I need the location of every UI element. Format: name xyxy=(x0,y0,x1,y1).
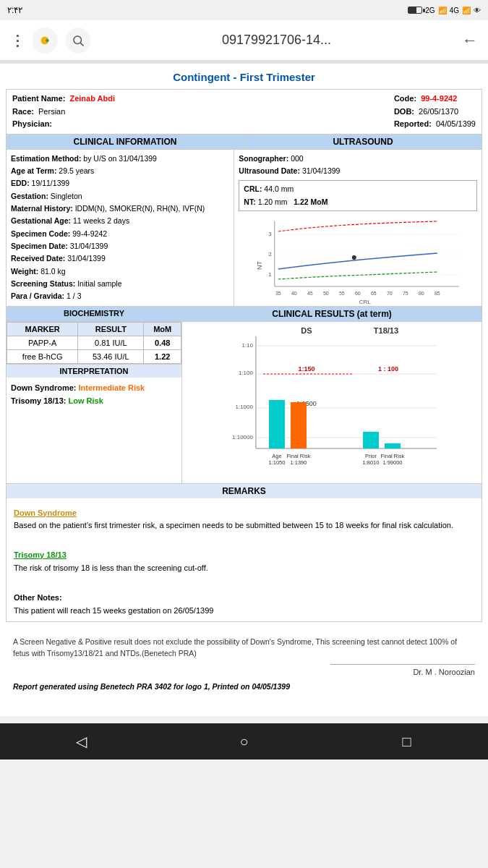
status-time: ۲:۴۲ xyxy=(7,5,22,15)
est-method-value: by U/S on 31/04/1399 xyxy=(83,154,157,163)
col-marker: MARKER xyxy=(7,322,78,336)
section-headers-row: CLINICAL INFORMATION ULTRASOUND xyxy=(6,135,482,150)
ds-final-risk-bar xyxy=(291,402,307,448)
svg-text:NT: NT xyxy=(256,261,263,270)
dob-label: DOB: xyxy=(394,107,414,116)
battery-icon xyxy=(408,7,422,14)
ultrasound-date-label: Ultrasound Date: xyxy=(239,166,300,175)
svg-point-0 xyxy=(74,36,82,44)
svg-text:85: 85 xyxy=(435,291,440,296)
svg-text:T18/13: T18/13 xyxy=(374,326,398,335)
svg-text:1:1050: 1:1050 xyxy=(269,459,286,466)
svg-text:Prior: Prior xyxy=(365,453,377,459)
svg-text:1:10: 1:10 xyxy=(241,342,253,349)
back-nav-button[interactable]: ◁ xyxy=(67,727,96,756)
google-plus-icon xyxy=(38,33,52,48)
nt-mom-value: 1.22 MoM xyxy=(294,197,328,206)
t18-prior-bar xyxy=(363,432,379,448)
other-notes-text: This patient will reach 15 weeks gestati… xyxy=(14,606,213,615)
screening-status-value: Initial sample xyxy=(77,279,121,288)
result-pappa: 0.81 IU/L xyxy=(78,336,144,349)
marker-pappa: PAPP-A xyxy=(7,336,78,349)
reported-value: 04/05/1399 xyxy=(436,119,476,128)
age-at-term-label: Age at Term: xyxy=(11,166,56,175)
result-bhcg: 53.46 IU/L xyxy=(78,349,144,363)
specimen-code-label: Specimen Code: xyxy=(11,229,70,238)
svg-text:65: 65 xyxy=(371,291,377,296)
ds-label: Down Syndrome: xyxy=(11,383,76,392)
menu-dots-button[interactable]: ⋮ xyxy=(10,32,25,49)
google-plus-button[interactable] xyxy=(32,27,58,54)
interpretation-header: INTERPRETATION xyxy=(7,364,181,378)
svg-text:1 : 100: 1 : 100 xyxy=(378,365,398,373)
interpretation-box: Down Syndrome: Intermediate Risk Trisomy… xyxy=(7,378,181,412)
para-gravida-value: 1 / 3 xyxy=(67,292,81,300)
home-nav-button[interactable]: ○ xyxy=(230,727,259,756)
ultrasound-header: ULTRASOUND xyxy=(244,135,481,149)
nt-label: NT: xyxy=(244,197,255,206)
nav-bar: ⋮ 09179921706-14... ← xyxy=(0,20,488,61)
received-date-label: Received Date: xyxy=(11,254,65,263)
col-mom: MoM xyxy=(144,322,181,336)
remarks-header: REMARKS xyxy=(7,484,481,498)
trisomy-risk-value: Low Risk xyxy=(69,396,103,405)
gestational-age-value: 11 weeks 2 days xyxy=(73,216,129,225)
ds-age-bar xyxy=(269,400,285,448)
ultrasound-col: Sonographer: 000 Ultrasound Date: 31/04/… xyxy=(234,150,481,306)
dob-value: 26/05/1370 xyxy=(419,107,458,116)
svg-text:60: 60 xyxy=(355,291,361,296)
wifi-icon: 📶 xyxy=(462,7,471,14)
doctor-name: Dr. M . Noroozian xyxy=(413,668,475,676)
search-button[interactable] xyxy=(65,27,91,54)
eye-icon: 👁 xyxy=(474,7,481,14)
mom-pappa: 0.48 xyxy=(144,336,181,349)
svg-line-1 xyxy=(80,43,83,46)
svg-text:1:99000: 1:99000 xyxy=(382,459,402,466)
svg-text:1:150: 1:150 xyxy=(299,365,315,373)
col-result: RESULT xyxy=(78,322,144,336)
weight-label: Weight: xyxy=(11,267,38,276)
clinical-results-chart: DS T18/13 1:10 1:100 1:1000 1:10000 1:15… xyxy=(182,322,481,481)
signal-bars-icon: 📶 xyxy=(438,7,447,14)
clinical-results-header: CLINICAL RESULTS (at term) xyxy=(182,307,481,321)
code-value: 99-4-9242 xyxy=(421,94,457,103)
svg-text:45: 45 xyxy=(307,291,313,296)
status-bar: ۲:۴۲ 2G 📶 4G 📶 👁 xyxy=(0,0,488,20)
edd-label: EDD: xyxy=(11,179,30,187)
down-syndrome-title[interactable]: Down Syndrome xyxy=(14,507,474,520)
bio-col: MARKER RESULT MoM PAPP-A 0.81 IU/L 0.48 … xyxy=(7,322,182,483)
specimen-date-value: 31/04/1399 xyxy=(70,242,108,250)
svg-text:1:1000: 1:1000 xyxy=(236,404,254,410)
gestation-value: Singleton xyxy=(51,192,82,200)
mom-bhcg: 1.22 xyxy=(144,349,181,363)
clinical-results-col: DS T18/13 1:10 1:100 1:1000 1:10000 1:15… xyxy=(182,322,481,483)
patient-name-label: Patient Name: xyxy=(12,94,65,103)
table-row: free B-hCG 53.46 IU/L 1.22 xyxy=(7,349,181,363)
para-gravida-label: Para / Gravida: xyxy=(11,292,64,300)
screening-status-label: Screening Status: xyxy=(11,279,75,288)
race-label: Race: xyxy=(12,107,34,116)
code-label: Code: xyxy=(394,94,416,103)
trisomy-title[interactable]: Trisomy 18/13 xyxy=(14,549,474,562)
crl-label: CRL: xyxy=(244,184,262,193)
svg-text:1: 1 xyxy=(269,271,273,278)
gestation-label: Gestation: xyxy=(11,192,48,200)
recents-nav-button[interactable]: □ xyxy=(393,727,421,756)
svg-text:40: 40 xyxy=(291,291,297,296)
trisomy-label: Trisomy 18/13: xyxy=(11,396,66,405)
ds-risk-value: Intermediate Risk xyxy=(79,383,145,392)
patient-left: Patient Name: Zeinab Abdi Race: Persian … xyxy=(12,93,115,131)
crl-nt-box: CRL: 44.0 mm NT: 1.20 mm 1.22 MoM xyxy=(239,180,477,211)
nt-value: 1.20 mm xyxy=(258,197,288,206)
patient-right: Code: 99-4-9242 DOB: 26/05/1370 Reported… xyxy=(394,93,476,131)
gestational-age-label: Gestational Age: xyxy=(11,216,71,225)
svg-text:1:1390: 1:1390 xyxy=(291,459,307,466)
main-content: Contingent - First Trimester Patient Nam… xyxy=(0,64,488,716)
remarks-body: Down Syndrome Based on the patient's fir… xyxy=(7,498,481,622)
footer-area: A Screen Negative & Positive result does… xyxy=(6,622,482,709)
clinical-col: Estimation Method: by U/S on 31/04/1399 … xyxy=(7,150,234,306)
footer-signature: Dr. M . Noroozian xyxy=(330,664,475,676)
back-button[interactable]: ← xyxy=(462,31,478,50)
weight-value: 81.0 kg xyxy=(40,267,65,276)
svg-text:70: 70 xyxy=(387,291,393,296)
